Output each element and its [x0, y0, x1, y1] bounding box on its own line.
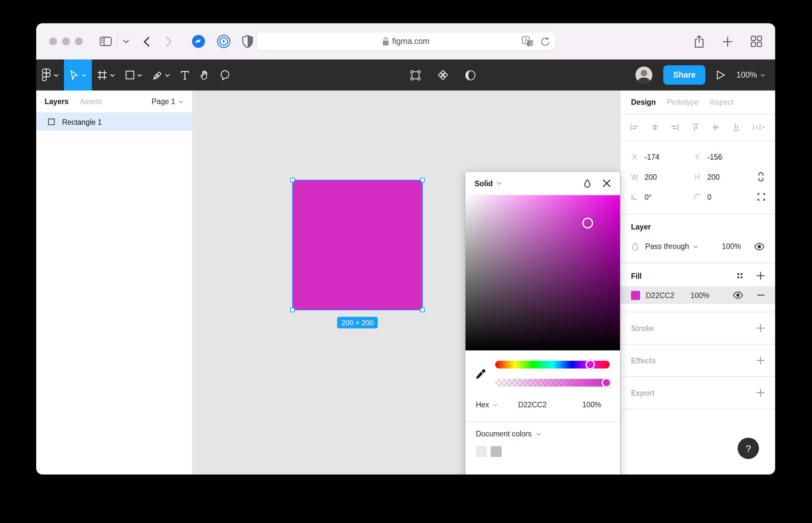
fill-color-swatch[interactable]	[631, 291, 640, 300]
tab-layers[interactable]: Layers	[44, 97, 69, 105]
blend-mode-icon	[631, 241, 639, 251]
share-page-icon[interactable]	[694, 35, 705, 48]
zoom-menu[interactable]: 100%	[736, 70, 765, 79]
eyedropper-icon[interactable]	[466, 361, 495, 386]
hand-tool-button[interactable]	[195, 59, 215, 91]
selection-handle-top-right[interactable]	[420, 178, 425, 182]
pen-tool-button[interactable]	[147, 59, 175, 91]
align-bottom-icon[interactable]	[732, 123, 741, 132]
layer-opacity-input[interactable]: 100%	[722, 242, 741, 250]
add-fill-icon[interactable]	[756, 272, 765, 280]
share-button[interactable]: Share	[664, 65, 706, 85]
add-effect-icon[interactable]	[756, 356, 765, 365]
selection-handle-top-left[interactable]	[290, 178, 295, 182]
fill-visibility-eye-icon[interactable]	[733, 291, 743, 299]
saturation-value-area[interactable]	[466, 195, 620, 350]
edit-object-icon[interactable]	[410, 70, 420, 80]
y-value: -156	[707, 153, 722, 161]
move-tool-button[interactable]	[64, 59, 92, 91]
figma-toolbar: Share 100%	[36, 59, 775, 91]
layer-visibility-eye-icon[interactable]	[754, 242, 765, 251]
align-horizontal-center-icon[interactable]	[650, 123, 659, 132]
distribute-menu-icon[interactable]	[752, 123, 766, 132]
browser-extension-shield-icon[interactable]	[242, 35, 253, 48]
reload-icon[interactable]	[540, 36, 550, 47]
main-menu-button[interactable]	[36, 59, 64, 91]
selection-size-badge: 200 × 200	[337, 317, 378, 328]
document-color-swatch-2[interactable]	[491, 446, 502, 457]
add-stroke-icon[interactable]	[756, 324, 765, 332]
help-button[interactable]: ?	[738, 438, 759, 459]
paint-type-select[interactable]: Solid	[474, 179, 493, 187]
browser-window: figma.com A文	[36, 23, 775, 474]
browser-extension-1-icon[interactable]	[191, 34, 205, 49]
tab-prototype[interactable]: Prototype	[667, 98, 699, 106]
selection-handle-bottom-right[interactable]	[420, 308, 425, 312]
blend-mode-icon[interactable]	[583, 178, 592, 188]
close-window-button[interactable]	[49, 37, 57, 45]
fill-hex-input[interactable]: D22CC2	[646, 291, 690, 299]
browser-extension-2-icon[interactable]	[217, 34, 231, 49]
color-format-select[interactable]: Hex	[476, 401, 518, 409]
layer-name: Rectangle 1	[62, 118, 102, 126]
tab-design[interactable]: Design	[631, 98, 656, 106]
fill-row[interactable]: D22CC2 100%	[621, 286, 775, 304]
hue-slider[interactable]	[495, 361, 610, 368]
align-right-icon[interactable]	[670, 123, 680, 132]
minimize-window-button[interactable]	[62, 37, 70, 45]
independent-corners-icon[interactable]	[757, 193, 765, 201]
rotation-input[interactable]: 0°	[631, 193, 694, 201]
opacity-slider[interactable]	[495, 379, 610, 386]
width-input[interactable]: W 200	[631, 173, 694, 181]
frame-tool-button[interactable]	[92, 59, 120, 91]
sidebar-chevron-down-icon[interactable]	[123, 39, 129, 43]
present-icon[interactable]	[716, 70, 725, 80]
divider	[117, 34, 118, 49]
opacity-slider-handle[interactable]	[601, 378, 611, 387]
address-bar[interactable]: figma.com A文	[256, 32, 556, 51]
document-color-swatch-1[interactable]	[476, 446, 487, 457]
close-icon[interactable]	[602, 179, 611, 187]
chevron-down-icon	[54, 73, 59, 77]
tab-inspect[interactable]: Inspect	[709, 98, 734, 106]
new-tab-icon[interactable]	[722, 36, 733, 47]
user-avatar[interactable]	[636, 67, 653, 84]
add-export-icon[interactable]	[756, 389, 765, 397]
align-top-icon[interactable]	[691, 123, 700, 132]
corner-radius-input[interactable]: 0	[694, 193, 757, 201]
layer-row-rectangle-1[interactable]: Rectangle 1	[36, 113, 192, 131]
back-button-icon[interactable]	[144, 36, 150, 47]
transform-section: X -174 Y -156 W 200	[621, 141, 775, 215]
selected-rectangle[interactable]	[293, 180, 422, 310]
page-selector[interactable]: Page 1	[151, 97, 184, 105]
text-tool-button[interactable]	[175, 59, 195, 91]
use-as-mask-icon[interactable]	[465, 70, 475, 80]
selection-handle-bottom-left[interactable]	[290, 308, 295, 312]
blend-mode-select[interactable]: Pass through	[645, 242, 689, 250]
document-colors-toggle[interactable]: Document colors	[476, 430, 610, 438]
sidebar-toggle-icon[interactable]	[100, 36, 112, 47]
opacity-value-input[interactable]: 100%	[582, 401, 601, 409]
forward-button-icon[interactable]	[165, 36, 172, 47]
screen: figma.com A文	[0, 0, 812, 523]
hex-value-input[interactable]: D22CC2	[518, 401, 582, 409]
comment-tool-button[interactable]	[215, 59, 235, 91]
fill-styles-icon[interactable]	[736, 272, 744, 280]
color-cursor[interactable]	[582, 218, 593, 229]
translate-icon[interactable]: A文	[521, 36, 534, 47]
tab-assets[interactable]: Assets	[79, 97, 102, 105]
remove-fill-icon[interactable]	[757, 291, 765, 299]
create-component-icon[interactable]	[437, 70, 448, 80]
zoom-window-button[interactable]	[75, 37, 83, 45]
height-input[interactable]: H 200	[694, 173, 757, 181]
shape-tool-button[interactable]	[120, 59, 147, 91]
effects-section-title: Effects	[631, 357, 656, 364]
tab-overview-icon[interactable]	[751, 36, 762, 47]
fill-opacity-input[interactable]: 100%	[690, 291, 716, 299]
y-input[interactable]: Y -156	[694, 153, 757, 161]
align-vertical-center-icon[interactable]	[711, 123, 720, 132]
hue-slider-handle[interactable]	[585, 360, 595, 369]
align-left-icon[interactable]	[630, 123, 639, 132]
constrain-proportions-icon[interactable]	[757, 172, 765, 182]
x-input[interactable]: X -174	[631, 153, 694, 161]
